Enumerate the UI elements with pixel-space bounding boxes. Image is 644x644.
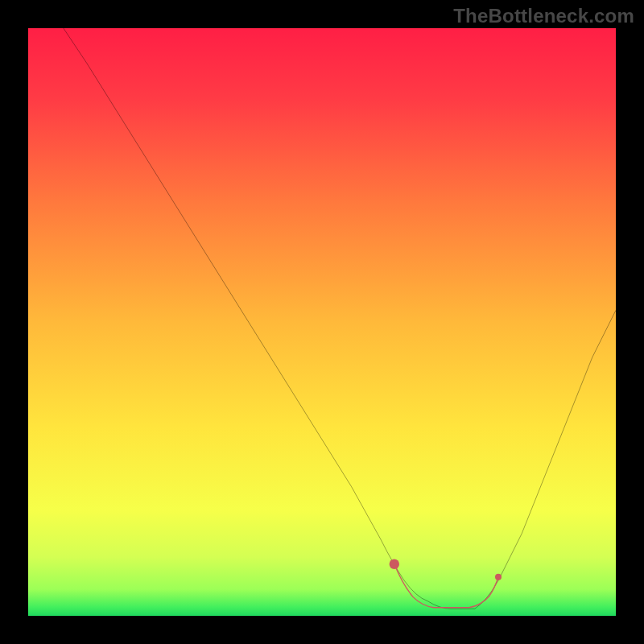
watermark-text: TheBottleneck.com	[453, 5, 634, 27]
optimal-zone-end-dot	[495, 574, 502, 580]
optimal-zone-marker	[394, 564, 498, 608]
optimal-zone-start-dot	[390, 559, 399, 569]
curve-path	[64, 28, 616, 609]
bottleneck-curve	[28, 28, 616, 616]
chart-frame	[28, 28, 616, 616]
